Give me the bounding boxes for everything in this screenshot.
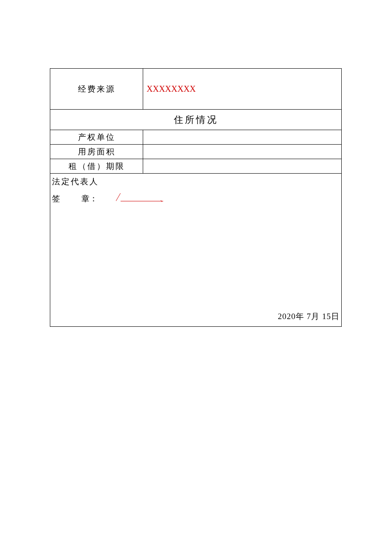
date-day: 15 xyxy=(322,312,331,321)
housing-area-label: 用房面积 xyxy=(50,145,143,159)
signature-mark-icon xyxy=(121,194,163,201)
property-unit-row: 产权单位 xyxy=(50,130,341,145)
property-unit-label: 产权单位 xyxy=(50,130,143,144)
sig-char-1: 签 xyxy=(52,193,60,204)
funding-source-label: 经费来源 xyxy=(50,69,143,109)
date-year: 2020 xyxy=(278,312,296,321)
date-month: 7 xyxy=(307,312,311,321)
lease-period-value xyxy=(143,159,341,173)
date-month-unit: 月 xyxy=(311,312,320,321)
funding-source-row: 经费来源 XXXXXXXX xyxy=(50,69,341,110)
date-year-unit: 年 xyxy=(296,312,304,321)
signature-line: 签 章： xyxy=(52,193,340,204)
legal-rep-label: 法定代表人 xyxy=(52,176,340,187)
residence-header-row: 住所情况 xyxy=(50,110,341,130)
residence-header-label: 住所情况 xyxy=(174,113,218,126)
lease-period-label: 租（借）期限 xyxy=(50,159,143,173)
lease-period-row: 租（借）期限 xyxy=(50,159,341,174)
property-unit-value xyxy=(143,130,341,144)
form-table: 经费来源 XXXXXXXX 住所情况 产权单位 用房面积 租（借）期限 法定代表… xyxy=(50,68,342,327)
date-day-unit: 日 xyxy=(331,312,340,321)
housing-area-value xyxy=(143,145,341,159)
housing-area-row: 用房面积 xyxy=(50,145,341,159)
date-line: 2020年 7月 15日 xyxy=(278,311,340,322)
sig-char-2: 章： xyxy=(81,193,98,204)
funding-source-value: XXXXXXXX xyxy=(143,69,341,109)
signature-block: 法定代表人 签 章： 2020年 7月 15日 xyxy=(50,174,341,326)
